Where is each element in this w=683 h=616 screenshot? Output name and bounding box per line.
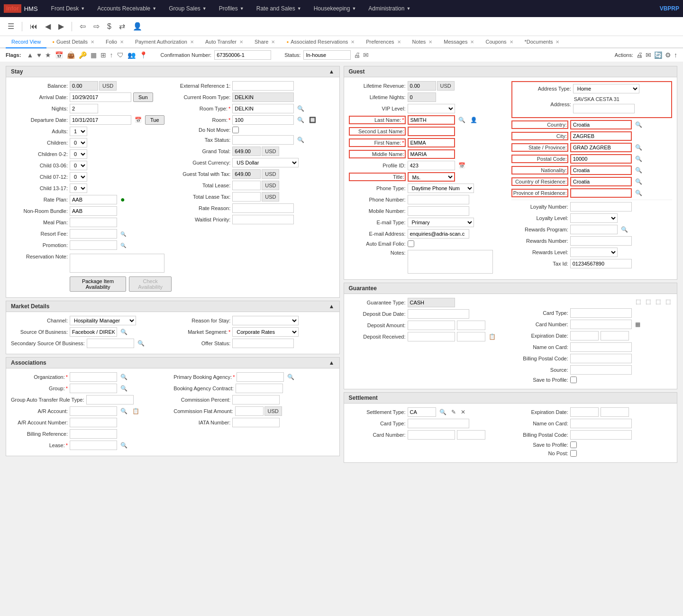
- flag-heart-icon[interactable]: ♥: [37, 51, 41, 59]
- exp-date-month[interactable]: [570, 331, 599, 340]
- email-icon[interactable]: ✉: [363, 51, 369, 59]
- country-input[interactable]: [570, 120, 632, 129]
- email-address-input[interactable]: [408, 229, 469, 239]
- settlement-card-type-input[interactable]: [408, 419, 469, 428]
- nav-profiles[interactable]: Profiles ▼: [213, 0, 250, 17]
- last-name-input[interactable]: [408, 115, 455, 125]
- resort-fee-input[interactable]: [70, 229, 117, 239]
- tab-share[interactable]: Share ✕: [249, 36, 281, 48]
- auto-transfer-input[interactable]: [86, 395, 134, 405]
- nav-front-desk[interactable]: Front Desk ▼: [46, 0, 91, 17]
- second-last-input[interactable]: [408, 127, 455, 136]
- arrival-input[interactable]: [70, 92, 131, 102]
- tab-payment-auth[interactable]: Payment Authorization ✕: [129, 36, 200, 48]
- commission-pct-input[interactable]: [232, 395, 280, 405]
- room-type-input[interactable]: [232, 104, 294, 113]
- guarantee-icon4[interactable]: ⬚: [664, 298, 672, 305]
- exp-date-year[interactable]: [601, 331, 629, 340]
- total-lease-input[interactable]: [232, 181, 261, 190]
- billing-ref-input[interactable]: [70, 429, 117, 439]
- close-icon[interactable]: ✕: [239, 39, 243, 45]
- print-action-icon[interactable]: 🖨: [636, 51, 643, 59]
- close-icon[interactable]: ✕: [351, 39, 355, 45]
- guest-section-header[interactable]: Guest: [344, 66, 677, 77]
- close-icon[interactable]: ✕: [397, 39, 401, 45]
- room-input[interactable]: [232, 115, 294, 125]
- state-input[interactable]: [570, 143, 632, 152]
- flag-bag-icon[interactable]: 👜: [67, 51, 75, 59]
- search-icon[interactable]: 🔍: [634, 144, 644, 151]
- org-input[interactable]: [70, 372, 117, 382]
- no-post-checkbox[interactable]: [570, 450, 577, 457]
- rate-plan-input[interactable]: [70, 195, 117, 204]
- flag-key-icon[interactable]: 🔑: [79, 51, 87, 59]
- guarantee-type-input[interactable]: [408, 298, 455, 307]
- nav-rate-sales[interactable]: Rate and Sales ▼: [251, 0, 307, 17]
- search-icon[interactable]: 🔍: [619, 226, 629, 233]
- ar-account-num-input[interactable]: [70, 418, 117, 427]
- search-icon[interactable]: 🔍: [119, 385, 129, 392]
- search-icon[interactable]: 🔍: [634, 155, 644, 163]
- secondary-source-input[interactable]: [87, 339, 134, 348]
- stay-section-header[interactable]: Stay ▲: [6, 66, 339, 77]
- postal-input[interactable]: [570, 154, 632, 164]
- email-action-icon[interactable]: ✉: [646, 51, 651, 59]
- card-number-input[interactable]: [570, 320, 632, 329]
- tab-record-view[interactable]: Record View: [6, 36, 46, 48]
- calendar-icon[interactable]: 📅: [133, 116, 143, 124]
- guarantee-section-header[interactable]: Guarantee: [344, 283, 677, 294]
- market-segment-select[interactable]: Corporate Rates: [232, 327, 299, 337]
- transfer-icon[interactable]: ⇄: [117, 21, 127, 32]
- tab-notes[interactable]: Notes ✕: [407, 36, 438, 48]
- lease-input[interactable]: [70, 441, 117, 450]
- group-input[interactable]: [70, 384, 117, 393]
- province-res-input[interactable]: [570, 188, 632, 198]
- edit-icon[interactable]: ✎: [450, 408, 457, 416]
- flag-person-icon[interactable]: 👥: [127, 51, 136, 59]
- arrival-day-btn[interactable]: Sun: [133, 92, 153, 102]
- child1317-select[interactable]: 0: [70, 184, 87, 193]
- channel-select[interactable]: Hospitality Manager: [70, 316, 136, 325]
- email-type-select[interactable]: Primary: [408, 218, 474, 227]
- children02-select[interactable]: 0: [70, 149, 87, 159]
- notes-input[interactable]: [408, 250, 493, 274]
- primary-booking-input[interactable]: [237, 372, 284, 382]
- refresh-action-icon[interactable]: 🔄: [654, 51, 662, 59]
- loyalty-num-input[interactable]: [570, 202, 632, 211]
- source-input[interactable]: [70, 327, 117, 337]
- tax-status-input[interactable]: [232, 135, 294, 145]
- tab-preferences[interactable]: Preferences ✕: [360, 36, 406, 48]
- flag-table-icon[interactable]: ⊞: [100, 51, 106, 59]
- tab-documents[interactable]: *Documents ✕: [519, 36, 565, 48]
- flag-up-icon[interactable]: ↑: [110, 51, 113, 59]
- prev-icon[interactable]: ◀: [43, 21, 53, 32]
- settlement-exp-month[interactable]: [570, 407, 599, 417]
- reason-stay-select[interactable]: [232, 316, 299, 325]
- close-icon[interactable]: ✕: [510, 39, 513, 45]
- flag-shield-icon[interactable]: 🛡: [117, 51, 124, 59]
- offer-status-input[interactable]: [232, 339, 294, 348]
- settlement-exp-year[interactable]: [601, 407, 629, 417]
- tax-id-input[interactable]: [570, 259, 632, 268]
- import-icon[interactable]: ⇦: [78, 21, 88, 32]
- guarantee-icon3[interactable]: ⬚: [654, 298, 662, 305]
- ext-ref1-input[interactable]: [232, 81, 294, 91]
- copy-icon[interactable]: 📋: [487, 333, 497, 340]
- tab-auto-transfer[interactable]: Auto Transfer ✕: [200, 36, 249, 48]
- loyalty-level-select[interactable]: [570, 213, 618, 223]
- close-icon[interactable]: ✕: [190, 39, 194, 45]
- menu-icon[interactable]: ☰: [6, 21, 16, 32]
- card-scan-icon[interactable]: ▦: [634, 321, 642, 328]
- close-icon[interactable]: ✕: [120, 39, 124, 45]
- guest-currency-select[interactable]: US Dollar: [232, 158, 299, 167]
- market-section-header[interactable]: Market Details ▲: [6, 301, 339, 312]
- address-input-2[interactable]: [573, 104, 635, 113]
- dollar-icon[interactable]: $: [105, 21, 113, 32]
- close-icon[interactable]: ✕: [470, 39, 474, 45]
- name-on-card-input[interactable]: [570, 342, 632, 352]
- middle-name-input[interactable]: [408, 149, 455, 159]
- auto-email-checkbox[interactable]: [408, 240, 414, 247]
- balance-input[interactable]: [70, 81, 98, 91]
- rate-reason-input[interactable]: [232, 203, 294, 213]
- room-status-icon[interactable]: 🔲: [308, 116, 318, 124]
